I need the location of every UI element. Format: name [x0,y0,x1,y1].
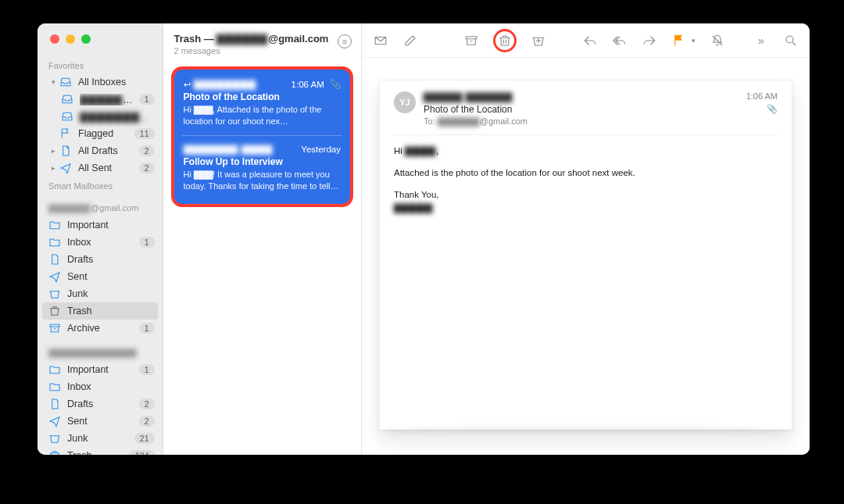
mail-window: Favorites ▾ All Inboxes ▇▇▇▇▇@g… 1 ▇▇▇▇▇… [38,23,810,455]
sidebar-item-inbox[interactable]: Inbox 1 [38,234,163,251]
sidebar-item-trash[interactable]: Trash [42,302,158,320]
account-header: ▇▇▇▇▇▇@gmail.com [38,198,163,216]
unread-badge: 1 [139,94,155,105]
message-row[interactable]: ↩ ▇▇▇▇▇▇▇▇ 1:06 AM 📎 Photo of the Locati… [182,74,342,132]
sidebar-item-label: Drafts [67,399,139,409]
message-toolbar: ▾ » [362,23,810,58]
paperclip-icon: 📎 [767,104,778,114]
smart-mailboxes-label: Smart Mailboxes [38,177,163,194]
chevron-down-icon[interactable]: ▾ [692,37,696,45]
folder-icon [48,236,61,248]
from-name: ▇▇▇▇▇ ▇▇▇▇▇▇ [424,91,528,102]
message-subject: Photo of the Location [184,91,341,102]
account-header-2: ▇▇▇▇▇▇▇▇▇▇▇▇▇▇ [38,343,163,361]
svg-point-0 [786,36,793,43]
minimize-window-button[interactable] [66,34,75,44]
sidebar-item-junk-2[interactable]: Junk 21 [38,430,163,447]
sidebar-item-trash-2[interactable]: Trash 124 [38,447,163,455]
sidebar-item-all-sent[interactable]: ▸ All Sent 2 [38,159,163,177]
chevron-right-icon[interactable]: ▸ [48,164,58,172]
read-unread-button[interactable] [373,33,388,48]
sidebar-item-label: Trash [67,306,150,316]
sidebar-item-label: ▇▇▇▇▇@g… [80,94,139,105]
paperclip-icon: 📎 [330,80,341,89]
sidebar-item-drafts-2[interactable]: Drafts 2 [38,395,163,413]
folder-title: Trash — ▇▇▇▇▇▇@gmail.com [174,33,329,45]
count-badge: 2 [139,416,155,427]
sidebar-item-important-2[interactable]: Important 1 [38,361,163,378]
sidebar-item-label: All Drafts [78,145,139,156]
message-count: 2 messages [174,46,329,55]
sidebar-item-sent[interactable]: Sent [38,268,163,285]
junk-button[interactable] [531,33,546,48]
close-window-button[interactable] [50,34,59,44]
compose-button[interactable] [402,33,418,48]
sidebar-item-label: Flagged [78,128,134,139]
sidebar-item-archive[interactable]: Archive 1 [38,320,163,337]
reading-pane: ▾ » YJ ▇▇▇▇▇ ▇▇▇▇▇▇ Photo of the Locatio… [362,23,810,455]
sidebar-item-label: Drafts [67,254,155,265]
reply-all-button[interactable] [612,33,628,48]
message-sender: ▇▇▇▇▇▇▇ ▇▇▇▇ [184,144,273,155]
inbox-icon [61,110,73,123]
document-icon [59,145,72,157]
fullscreen-window-button[interactable] [81,34,91,44]
paperplane-icon [48,270,61,283]
count-badge: 21 [134,433,155,444]
avatar: YJ [394,91,416,113]
message-preview: Hi ▇▇▇, Attached is the photo of the loc… [184,104,341,127]
reading-body: YJ ▇▇▇▇▇ ▇▇▇▇▇▇ Photo of the Location To… [362,58,810,455]
overflow-button[interactable]: » [753,33,769,48]
trash-icon [48,449,61,455]
favorites-label: Favorites [38,56,163,73]
sidebar-item-all-inboxes[interactable]: ▾ All Inboxes [38,73,163,91]
mute-button[interactable] [710,33,725,48]
delete-button[interactable] [497,33,513,48]
count-badge: 124 [130,450,155,455]
sidebar-item-label: Important [67,364,139,375]
junk-icon [48,432,61,445]
flag-button[interactable] [671,33,687,48]
sidebar-item-label: Important [67,220,155,231]
count-badge: 1 [139,237,155,248]
message-card: YJ ▇▇▇▇▇ ▇▇▇▇▇▇ Photo of the Location To… [379,80,792,430]
message-row[interactable]: ▇▇▇▇▇▇▇ ▇▇▇▇ Yesterday Follow Up to Inte… [182,135,342,197]
sidebar-item-label: Trash [67,450,130,455]
sidebar-item-junk[interactable]: Junk [38,285,163,302]
paperplane-icon [59,162,72,174]
sidebar-item-drafts[interactable]: Drafts [38,251,163,268]
folder-icon [48,219,61,231]
message-body: Hi ▇▇▇▇, Attached is the photo of the lo… [394,145,778,216]
trash-icon [48,305,61,317]
filter-button[interactable] [338,34,352,48]
sidebar-item-inbox-2[interactable]: Inbox [38,378,163,395]
sidebar-subitem-account2[interactable]: ▇▇▇▇▇▇▇▇▇▇▇▇▇ [38,108,163,125]
document-icon [48,398,61,410]
count-badge: 2 [139,163,155,173]
sidebar-item-label: Archive [67,323,139,334]
chevron-down-icon[interactable]: ▾ [48,78,58,86]
message-time: 1:06 AM [746,91,778,101]
chevron-right-icon[interactable]: ▸ [48,147,58,155]
count-badge: 1 [139,364,155,375]
paperplane-icon [48,415,61,427]
sidebar-item-flagged[interactable]: Flagged 11 [38,125,163,142]
forward-button[interactable] [642,33,657,48]
reply-button[interactable] [582,33,598,48]
sidebar: Favorites ▾ All Inboxes ▇▇▇▇▇@g… 1 ▇▇▇▇▇… [38,23,163,455]
count-badge: 1 [139,323,155,334]
sidebar-item-important[interactable]: Important [38,216,163,234]
sidebar-subitem-account1[interactable]: ▇▇▇▇▇@g… 1 [38,91,163,108]
to-field: To: ▇▇▇▇▇▇@gmail.com [424,116,528,127]
inbox-icon [59,76,72,88]
document-icon [48,253,61,266]
sidebar-item-all-drafts[interactable]: ▸ All Drafts 2 [38,142,163,159]
search-button[interactable] [783,33,799,48]
folder-icon [48,363,61,376]
folder-icon [48,381,61,393]
selected-messages-highlight: ↩ ▇▇▇▇▇▇▇▇ 1:06 AM 📎 Photo of the Locati… [171,66,353,207]
sidebar-item-label: Inbox [67,237,139,248]
archive-button[interactable] [463,33,479,48]
sidebar-item-sent-2[interactable]: Sent 2 [38,413,163,430]
message-list-header: Trash — ▇▇▇▇▇▇@gmail.com 2 messages [163,23,361,63]
